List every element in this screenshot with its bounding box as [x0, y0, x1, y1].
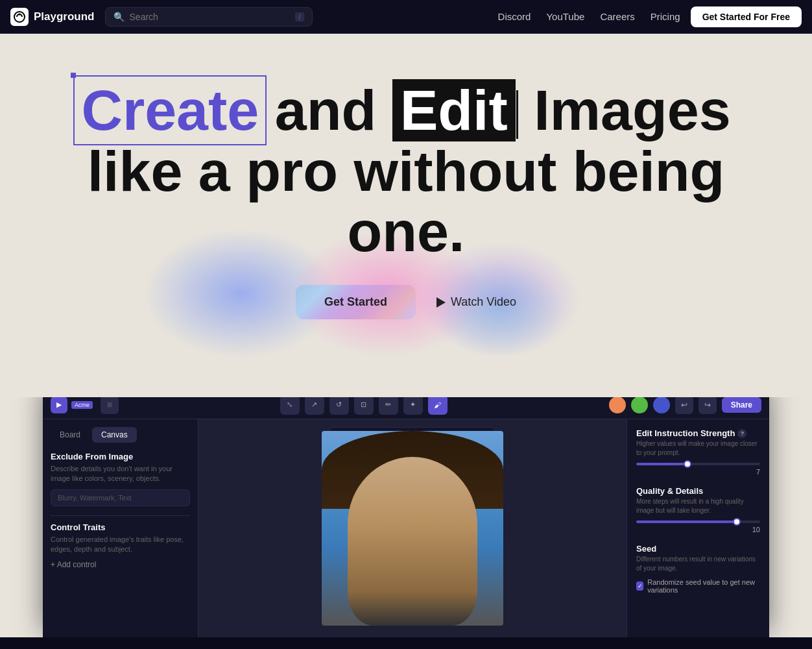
redo-button[interactable]: ↪	[699, 397, 717, 414]
quality-title: Quality & Details	[636, 486, 760, 496]
strength-value: 7	[636, 468, 760, 476]
portrait-face	[348, 457, 477, 626]
avatar-2	[631, 397, 648, 413]
app-sidebar: Board Canvas Exclude From Image Describe…	[43, 419, 198, 637]
hero-and-text: and	[275, 78, 376, 142]
nav-links: Discord YouTube Careers Pricing	[498, 11, 680, 22]
undo-button[interactable]: ↩	[675, 397, 693, 414]
svg-point-0	[14, 12, 25, 22]
toolbar-rotate-icon[interactable]: ↺	[329, 397, 349, 415]
seed-desc: Different numbers result in new variatio…	[636, 555, 760, 573]
seed-title: Seed	[636, 544, 760, 554]
portrait-image	[322, 431, 503, 626]
seed-checkbox[interactable]: ✓	[636, 582, 643, 591]
logo-text: Playground	[34, 10, 95, 23]
strength-info-icon: ?	[737, 429, 746, 438]
app-right-panel: Edit Instruction Strength ? Higher value…	[627, 419, 769, 637]
strength-desc: Higher values will make your image close…	[636, 439, 760, 458]
tab-canvas[interactable]: Canvas	[92, 427, 137, 443]
app-preview-container: ▶ Acme ⊞ ⤡ ↗ ↺ ⊡ ✏ ✦ 🖌 ↩ ↪ Share	[0, 397, 812, 637]
navbar: Playground 🔍 / Discord YouTube Careers P…	[0, 0, 812, 34]
search-bar[interactable]: 🔍 /	[105, 7, 313, 27]
watch-video-label: Watch Video	[451, 295, 516, 309]
sidebar-tabs: Board Canvas	[51, 427, 190, 443]
search-shortcut: /	[295, 12, 304, 21]
seed-section: Seed Different numbers result in new var…	[636, 544, 760, 594]
window-icon: ⊞	[107, 401, 112, 408]
avatar-3	[653, 397, 670, 413]
strength-slider[interactable]	[636, 463, 760, 465]
quality-slider[interactable]	[636, 520, 760, 523]
app-body: Board Canvas Exclude From Image Describe…	[43, 419, 769, 637]
svg-point-1	[19, 13, 21, 15]
control-traits-title: Control Traits	[51, 522, 190, 532]
titlebar-right: ↩ ↪ Share	[609, 397, 761, 414]
sidebar-divider	[51, 515, 190, 516]
toolbar-brush-icon[interactable]: 🖌	[428, 397, 448, 415]
avatar-1	[609, 397, 626, 413]
get-started-button[interactable]: Get Started	[296, 285, 416, 319]
quality-slider-thumb	[733, 518, 741, 526]
play-icon	[436, 297, 446, 308]
control-traits-desc: Control generated image's traits like po…	[51, 535, 190, 555]
logo-link[interactable]: Playground	[10, 8, 95, 26]
nav-link-careers[interactable]: Careers	[600, 11, 634, 22]
app-titlebar: ▶ Acme ⊞ ⤡ ↗ ↺ ⊡ ✏ ✦ 🖌 ↩ ↪ Share	[43, 397, 769, 419]
toolbar-select-icon[interactable]: ↗	[305, 397, 324, 415]
nav-link-youtube[interactable]: YouTube	[546, 11, 584, 22]
app-name-tag: Acme	[71, 401, 93, 409]
search-input[interactable]	[130, 12, 285, 22]
toolbar-move-icon[interactable]: ⤡	[280, 397, 300, 415]
hero-images-text: Images	[534, 78, 730, 142]
app-preview: ▶ Acme ⊞ ⤡ ↗ ↺ ⊡ ✏ ✦ 🖌 ↩ ↪ Share	[43, 397, 769, 637]
search-icon: 🔍	[113, 12, 125, 22]
nav-link-discord[interactable]: Discord	[498, 11, 531, 22]
strength-title: Edit Instruction Strength ?	[636, 428, 760, 438]
cursor-blink	[516, 90, 518, 139]
hero-line2-text: like a pro without being	[81, 141, 730, 201]
hero-buttons: Get Started Watch Video	[296, 285, 516, 319]
hero-section: Create and Edit Images like a pro withou…	[0, 34, 812, 397]
tab-board[interactable]: Board	[51, 427, 90, 443]
quality-value: 10	[636, 526, 760, 533]
app-canvas: ≋ 🖌 — 48 🗑	[198, 419, 627, 637]
watch-video-button[interactable]: Watch Video	[436, 295, 516, 309]
quality-desc: More steps will result in a high quality…	[636, 497, 760, 515]
toolbar-center: ⤡ ↗ ↺ ⊡ ✏ ✦ 🖌	[126, 397, 601, 415]
strength-section: Edit Instruction Strength ? Higher value…	[636, 428, 760, 476]
exclude-input[interactable]: Blurry, Watermark, Text	[51, 489, 190, 506]
hero-line3-text: one.	[81, 202, 730, 262]
strength-slider-thumb	[684, 460, 691, 468]
seed-checkbox-label: Randomize seed value to get new variatio…	[647, 578, 760, 594]
hero-edit-wrapper: Edit	[392, 79, 518, 141]
quality-section: Quality & Details More steps will result…	[636, 486, 760, 533]
app-logo-small: ▶	[51, 397, 67, 413]
seed-checkbox-row: ✓ Randomize seed value to get new variat…	[636, 578, 760, 594]
nav-link-pricing[interactable]: Pricing	[651, 11, 680, 22]
add-control-button[interactable]: + Add control	[51, 560, 190, 569]
hero-create-text: Create	[81, 80, 259, 140]
hero-headline: Create and Edit Images like a pro withou…	[81, 79, 730, 262]
app-window-button[interactable]: ⊞	[101, 397, 119, 414]
share-button[interactable]: Share	[722, 397, 761, 413]
exclude-from-image-desc: Describe details you don't want in your …	[51, 464, 190, 484]
toolbar-magic-icon[interactable]: ✦	[403, 397, 423, 415]
logo-icon	[10, 8, 29, 26]
hero-edit-text: Edit	[392, 79, 516, 141]
toolbar-pen-icon[interactable]: ✏	[379, 397, 398, 415]
exclude-from-image-title: Exclude From Image	[51, 452, 190, 461]
get-started-for-free-button[interactable]: Get Started For Free	[691, 6, 802, 27]
toolbar-crop-icon[interactable]: ⊡	[354, 397, 374, 415]
